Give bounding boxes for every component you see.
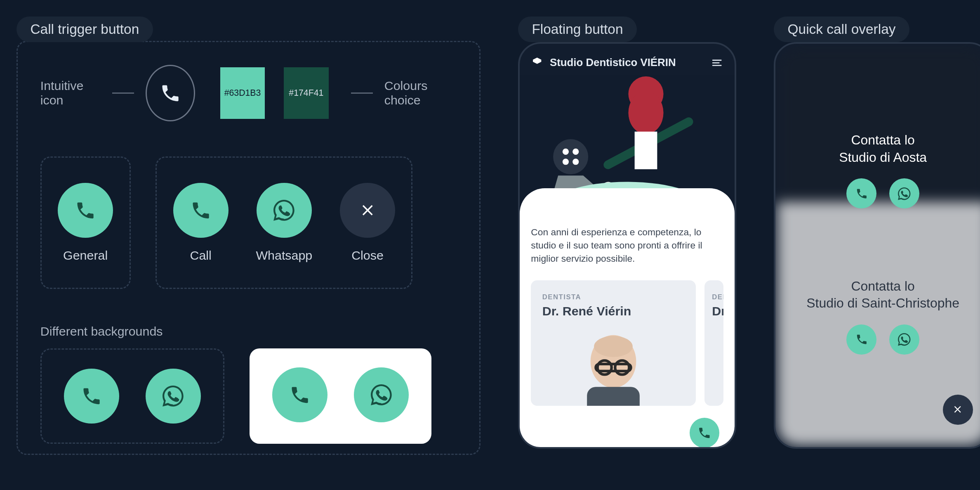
actions-group: Call Whatsapp Close	[155, 156, 412, 289]
connector-line	[351, 92, 373, 94]
doctor-name: Dr. René Viérin	[542, 304, 685, 318]
call-button[interactable]	[846, 324, 876, 355]
svg-point-9	[629, 92, 664, 134]
close-button[interactable]	[340, 183, 395, 238]
section-title-right: Quick call overlay	[774, 17, 909, 42]
section-title-mid: Floating button	[518, 17, 637, 42]
connector-line	[112, 92, 134, 94]
svg-point-13	[594, 336, 633, 357]
whatsapp-icon	[897, 332, 912, 347]
phone-icon	[160, 83, 181, 104]
svg-rect-17	[587, 387, 640, 406]
close-label: Close	[351, 248, 384, 263]
general-group: General	[40, 156, 131, 289]
phone-icon	[855, 187, 868, 200]
call-button[interactable]	[846, 178, 876, 208]
left-container: Intuitive icon #63D1B3 #174F41 Colours c…	[16, 41, 481, 455]
floating-call-button[interactable]	[690, 418, 720, 448]
contact-title-line: Studio di Saint-Christophe	[775, 295, 980, 312]
svg-rect-10	[635, 132, 657, 169]
phone-icon	[289, 384, 311, 406]
phone-icon	[190, 200, 212, 221]
phone-mockup-overlay: Contatta lo Studio di Aosta Contatta lo …	[774, 42, 980, 449]
whatsapp-button[interactable]	[889, 324, 919, 355]
call-button[interactable]	[64, 369, 119, 424]
svg-point-3	[563, 159, 569, 165]
brand-logo-icon	[531, 57, 543, 69]
whatsapp-label: Whatsapp	[256, 248, 312, 263]
menu-icon[interactable]	[711, 57, 723, 69]
phone-icon	[75, 200, 96, 221]
call-button[interactable]	[272, 367, 327, 423]
phone-icon-outline	[146, 65, 195, 121]
whatsapp-button[interactable]	[146, 369, 201, 424]
whatsapp-icon	[369, 382, 394, 407]
contact-aosta: Contatta lo Studio di Aosta	[775, 132, 980, 208]
swatch-dark: #174F41	[284, 67, 329, 119]
whatsapp-button[interactable]	[257, 183, 312, 238]
call-label: Call	[190, 248, 212, 263]
contact-saint-christophe: Contatta lo Studio di Saint-Christophe	[775, 278, 980, 355]
whatsapp-icon	[897, 186, 912, 201]
call-button[interactable]	[173, 183, 229, 238]
phone-mockup-floating: Studio Dentistico VIÉRIN	[518, 42, 736, 449]
doctor-role: DENTISTA	[542, 293, 685, 301]
general-button[interactable]	[58, 183, 113, 238]
phone-icon	[697, 426, 711, 440]
doctor-card[interactable]: DENTISTA Dr. René Viérin	[531, 280, 695, 406]
general-label: General	[63, 248, 108, 263]
doctor-photo	[570, 331, 657, 406]
whatsapp-icon	[271, 198, 297, 223]
bg-light-sample	[250, 348, 431, 444]
contact-title-line: Contatta lo	[775, 278, 980, 295]
doctor-card[interactable]: DEN Dr	[704, 280, 723, 406]
intuitive-icon-label: Intuitive icon	[40, 78, 101, 107]
whatsapp-button[interactable]	[354, 367, 409, 423]
contact-title-line: Studio di Aosta	[775, 149, 980, 166]
swatch-light: #63D1B3	[220, 67, 265, 119]
svg-point-1	[563, 149, 569, 155]
colours-label: Colours choice	[384, 78, 457, 107]
hero-description: Con anni di esperienza e competenza, lo …	[531, 226, 723, 265]
close-icon	[952, 404, 963, 415]
whatsapp-icon	[160, 383, 186, 409]
section-title-left: Call trigger button	[16, 17, 153, 42]
phone-icon	[855, 333, 868, 346]
brand-title: Studio Dentistico VIÉRIN	[550, 57, 676, 69]
svg-point-2	[572, 149, 579, 155]
svg-point-4	[572, 159, 579, 165]
phone-icon	[81, 386, 102, 407]
overlay-close-button[interactable]	[943, 395, 973, 425]
bg-dark-sample	[40, 348, 225, 444]
svg-point-0	[553, 139, 588, 174]
whatsapp-button[interactable]	[889, 178, 919, 208]
backgrounds-label: Different backgrounds	[40, 324, 163, 338]
contact-title-line: Contatta lo	[775, 132, 980, 149]
close-icon	[359, 201, 377, 219]
